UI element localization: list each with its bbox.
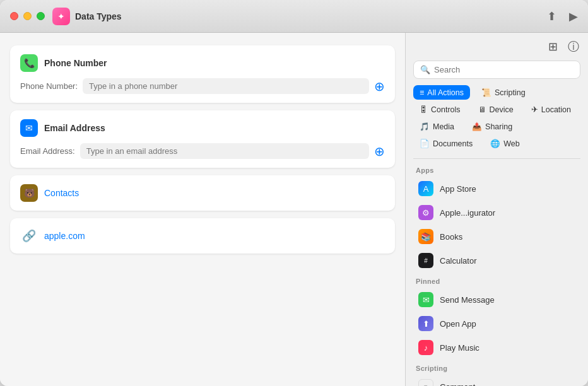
email-header: ✉ Email Address bbox=[20, 119, 385, 137]
main-window: ✦ Data Types ⬆ ▶ 📞 Phone Number Phone Nu… bbox=[0, 0, 588, 386]
phone-field-label: Phone Number: bbox=[20, 81, 78, 91]
list-item-send-message[interactable]: ✉ Send Message bbox=[409, 288, 584, 312]
left-panel: 📞 Phone Number Phone Number: ⊕ ✉ Email A… bbox=[0, 33, 405, 386]
books-label: Books bbox=[440, 232, 462, 242]
pill-all-actions[interactable]: ≡ All Actions bbox=[413, 85, 470, 100]
add-shortcut-button[interactable]: ⊞ bbox=[548, 39, 558, 54]
list-item-calculator[interactable]: # Calculator bbox=[409, 249, 584, 272]
list-item-play-music[interactable]: ♪ Play Music bbox=[409, 336, 584, 360]
category-pills: ≡ All Actions 📜 Scripting 🎛 Controls 🖥 D… bbox=[406, 85, 588, 156]
calculator-label: Calculator bbox=[440, 256, 477, 266]
pill-device-label: Device bbox=[490, 105, 514, 114]
pill-media[interactable]: 🎵 Media bbox=[413, 119, 461, 134]
phone-field: Phone Number: ⊕ bbox=[20, 78, 385, 94]
right-panel: ⊞ ⓘ 🔍 ≡ All Actions 📜 Scripting 🎛 bbox=[405, 33, 588, 386]
pill-location-label: Location bbox=[541, 105, 571, 114]
pill-media-icon: 🎵 bbox=[420, 122, 430, 131]
pill-location[interactable]: ✈ Location bbox=[525, 102, 577, 117]
email-input[interactable] bbox=[80, 143, 369, 159]
pill-scripting-icon: 📜 bbox=[481, 88, 491, 97]
pill-sharing[interactable]: 📤 Sharing bbox=[466, 119, 519, 134]
pill-web-label: Web bbox=[503, 139, 519, 148]
info-button[interactable]: ⓘ bbox=[568, 39, 579, 54]
pill-device[interactable]: 🖥 Device bbox=[472, 102, 520, 117]
email-field: Email Address: ⊕ bbox=[20, 143, 385, 159]
list-item-books[interactable]: 📚 Books bbox=[409, 225, 584, 249]
phone-number-card: 📞 Phone Number Phone Number: ⊕ bbox=[10, 45, 395, 103]
link-label: apple.com bbox=[44, 231, 85, 241]
traffic-lights bbox=[10, 12, 45, 20]
comment-label: Comment bbox=[440, 382, 475, 387]
email-add-button[interactable]: ⊕ bbox=[374, 144, 385, 159]
pill-icon: ≡ bbox=[420, 88, 424, 97]
calculator-icon: # bbox=[418, 253, 433, 268]
pill-scripting[interactable]: 📜 Scripting bbox=[475, 85, 532, 100]
search-bar: 🔍 bbox=[413, 61, 580, 79]
apple-igurator-label: Apple...igurator bbox=[440, 208, 495, 218]
pill-documents-icon: 📄 bbox=[420, 139, 430, 148]
pill-web[interactable]: 🌐 Web bbox=[484, 136, 526, 151]
right-scroll-area[interactable]: Apps A App Store ⚙ Apple...igurator 📚 Bo… bbox=[406, 161, 588, 386]
close-button[interactable] bbox=[10, 12, 18, 20]
email-address-card: ✉ Email Address Email Address: ⊕ bbox=[10, 110, 395, 168]
play-music-label: Play Music bbox=[440, 343, 479, 353]
play-button[interactable]: ▶ bbox=[569, 9, 578, 23]
pill-documents[interactable]: 📄 Documents bbox=[413, 136, 479, 151]
contacts-label: Contacts bbox=[44, 188, 79, 198]
contacts-icon: 🐻 bbox=[20, 184, 38, 202]
send-message-label: Send Message bbox=[440, 295, 495, 305]
app-icon: ✦ bbox=[52, 8, 70, 25]
pill-device-icon: 🖥 bbox=[478, 105, 486, 114]
pill-label: All Actions bbox=[427, 88, 464, 97]
link-icon: 🔗 bbox=[20, 227, 38, 245]
search-input[interactable] bbox=[434, 65, 573, 74]
list-item-apple-igurator[interactable]: ⚙ Apple...igurator bbox=[409, 201, 584, 225]
minimize-button[interactable] bbox=[23, 12, 32, 20]
phone-icon: 📞 bbox=[20, 54, 38, 72]
email-field-label: Email Address: bbox=[20, 146, 75, 156]
play-music-icon: ♪ bbox=[418, 340, 433, 355]
app-store-label: App Store bbox=[440, 184, 476, 194]
maximize-button[interactable] bbox=[37, 12, 45, 20]
email-icon: ✉ bbox=[20, 119, 38, 137]
pill-documents-label: Documents bbox=[433, 139, 473, 148]
pill-sharing-icon: 📤 bbox=[472, 122, 482, 131]
titlebar: ✦ Data Types ⬆ ▶ bbox=[0, 0, 588, 33]
comment-icon: ≡ bbox=[418, 379, 433, 386]
pinned-section-label: Pinned bbox=[406, 272, 588, 288]
scripting-section-label: Scripting bbox=[406, 360, 588, 375]
app-store-icon: A bbox=[418, 181, 433, 196]
pill-web-icon: 🌐 bbox=[490, 139, 500, 148]
share-button[interactable]: ⬆ bbox=[547, 9, 556, 23]
apple-igurator-icon: ⚙ bbox=[418, 205, 433, 220]
open-app-icon: ⬆ bbox=[418, 316, 433, 331]
pill-sharing-label: Sharing bbox=[485, 122, 512, 131]
content-area: 📞 Phone Number Phone Number: ⊕ ✉ Email A… bbox=[0, 33, 588, 386]
list-item-app-store[interactable]: A App Store bbox=[409, 177, 584, 201]
titlebar-actions: ⬆ ▶ bbox=[547, 9, 578, 23]
pill-media-label: Media bbox=[433, 122, 454, 131]
pill-controls-icon: 🎛 bbox=[420, 105, 428, 114]
books-icon: 📚 bbox=[418, 229, 433, 244]
phone-add-button[interactable]: ⊕ bbox=[374, 79, 385, 94]
divider bbox=[413, 158, 580, 159]
email-title: Email Address bbox=[44, 123, 105, 133]
phone-input[interactable] bbox=[83, 78, 369, 94]
phone-title: Phone Number bbox=[44, 58, 107, 68]
link-card[interactable]: 🔗 apple.com bbox=[10, 218, 395, 254]
list-item-comment[interactable]: ≡ Comment bbox=[409, 375, 584, 386]
send-message-icon: ✉ bbox=[418, 292, 433, 307]
list-item-open-app[interactable]: ⬆ Open App bbox=[409, 312, 584, 336]
phone-header: 📞 Phone Number bbox=[20, 54, 385, 72]
search-icon: 🔍 bbox=[420, 65, 430, 74]
pill-controls[interactable]: 🎛 Controls bbox=[413, 102, 467, 117]
contacts-card[interactable]: 🐻 Contacts bbox=[10, 175, 395, 211]
right-header: ⊞ ⓘ bbox=[406, 33, 588, 61]
pill-scripting-label: Scripting bbox=[495, 88, 526, 97]
pill-controls-label: Controls bbox=[431, 105, 461, 114]
apps-section-label: Apps bbox=[406, 161, 588, 177]
pill-location-icon: ✈ bbox=[531, 105, 538, 114]
window-title: Data Types bbox=[75, 11, 122, 21]
open-app-label: Open App bbox=[440, 319, 476, 329]
